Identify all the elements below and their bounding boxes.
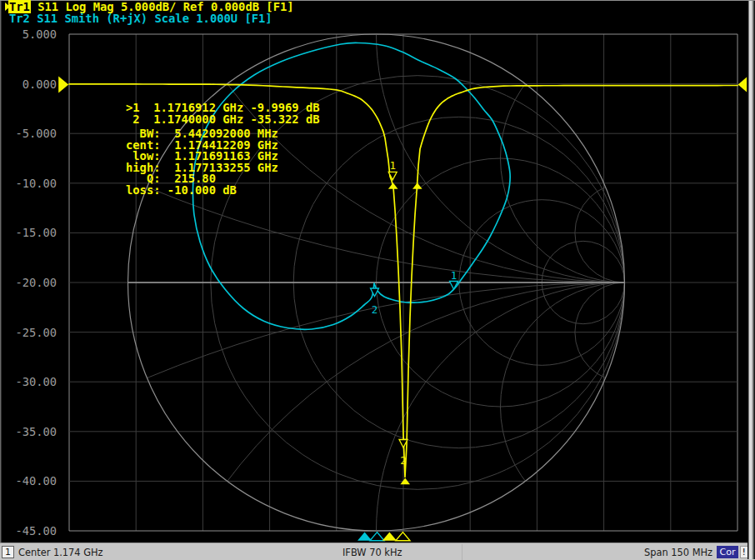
smith-reactance-arc [128, 282, 755, 560]
stimulus-marker-triangle [396, 532, 410, 541]
marker-number: 1 [389, 159, 396, 172]
y-axis-labels: 5.0000.000-5.000-10.00-15.00-20.00-25.00… [16, 28, 57, 538]
y-axis-tick-label: -25.00 [16, 326, 57, 339]
stimulus-marker-triangle [382, 532, 397, 541]
correction-status-badge[interactable]: Cor [717, 546, 738, 559]
ref-level-triangle-right [738, 78, 748, 92]
y-axis-tick-label: -15.00 [16, 226, 57, 239]
marker-number: 2 [372, 303, 378, 316]
y-axis-tick-label: 5.000 [22, 28, 57, 41]
bandwidth-cutoff-triangle [412, 182, 422, 189]
measurement-plot: 5.0000.000-5.000-10.00-15.00-20.00-25.00… [0, 0, 755, 560]
ref-level-triangle-left [58, 77, 68, 93]
smith-reactance-arc [377, 282, 755, 560]
y-axis-tick-label: 0.000 [22, 78, 57, 91]
marker-number: 1 [451, 269, 458, 282]
y-axis-tick-label: -45.00 [16, 524, 57, 538]
trace2-settings: S11 Smith (R+jX) Scale 1.000U [F1] [30, 12, 272, 25]
window-right-border [748, 1, 755, 559]
smith-reactance-arc [0, 282, 755, 560]
y-axis-tick-label: -5.000 [16, 127, 57, 140]
marker-number: 2 [400, 454, 407, 467]
marker-triangle [371, 288, 379, 297]
status-span[interactable]: Span 150 MHz [644, 547, 712, 558]
status-ifbw[interactable]: IFBW 70 kHz [342, 547, 402, 558]
status-separator [462, 544, 462, 560]
smith-reactance-arc [501, 34, 749, 282]
stimulus-marker-triangles [358, 532, 410, 541]
trace2-title[interactable]: Tr2 S11 Smith (R+jX) Scale 1.000U [F1] [9, 13, 272, 25]
status-bar: 1 Center 1.174 GHz IFBW 70 kHz Span 150 … [0, 542, 755, 560]
y-axis-tick-label: -20.00 [16, 276, 57, 289]
status-center-frequency[interactable]: Center 1.174 GHz [18, 547, 103, 558]
y-axis-tick-label: -10.00 [16, 177, 57, 190]
smith-reactance-arc [377, 0, 755, 282]
marker-readout: >1 1.1716912 GHz -9.9969 dB 2 1.1740000 … [126, 102, 320, 125]
stimulus-marker-triangle [358, 532, 372, 541]
y-axis-tick-label: -40.00 [16, 474, 57, 488]
vna-screen: 5.0000.000-5.000-10.00-15.00-20.00-25.00… [0, 0, 755, 560]
y-axis-tick-label: -35.00 [16, 425, 57, 438]
stimulus-marker-triangle [370, 532, 384, 541]
y-axis-tick-label: -30.00 [16, 375, 57, 388]
smith-reactance-arc [501, 282, 749, 531]
bandwidth-cutoff-triangle [388, 182, 398, 189]
bandwidth-readout: BW: 5.442092000 MHz cent: 1.174412209 GH… [126, 128, 278, 196]
trace2-name: Tr2 [9, 12, 30, 25]
channel-number-box[interactable]: 1 [2, 546, 14, 558]
smith-reactance-arc [0, 0, 755, 282]
